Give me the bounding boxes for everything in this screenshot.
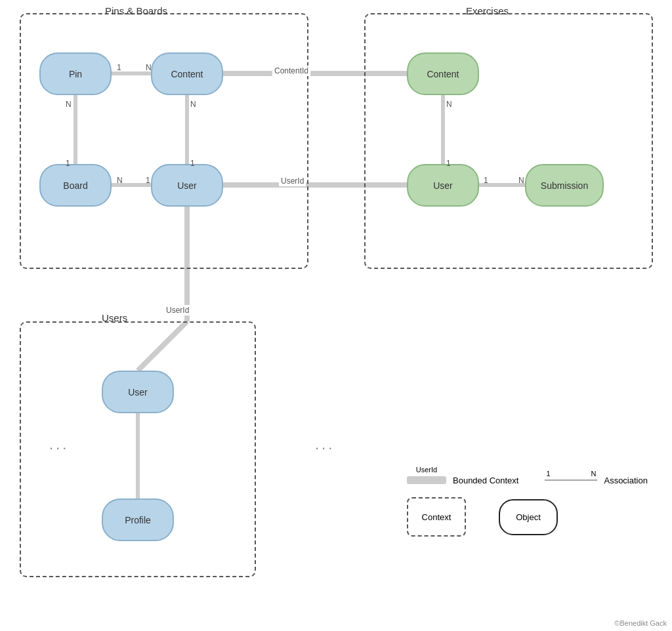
legend-area: UserId Bounded Context 1 N Association C… (407, 472, 648, 537)
legend-object-label: Object (516, 512, 541, 522)
card-user-sub-1: 1 (484, 176, 488, 185)
legend-context-box: Context (407, 497, 466, 537)
dots-users: ... (49, 436, 69, 453)
entity-user-ex: User (407, 164, 479, 207)
legend-card-1: 1 (546, 470, 550, 478)
entity-pin: Pin (39, 52, 112, 95)
legend-object-box: Object (499, 499, 558, 535)
card-pin-content-1: 1 (117, 63, 121, 72)
legend-assoc-line-svg (545, 472, 597, 488)
copyright: ©Benedikt Gack (614, 619, 667, 627)
legend-bounded-context-label: Bounded Context (453, 476, 518, 485)
entity-content-pb: Content (151, 52, 223, 95)
context-pins-boards-label: Pins & Boards (105, 5, 167, 16)
entity-user-pb: User (151, 164, 223, 207)
card-pin-content-n: N (146, 63, 152, 72)
context-users-label: Users (102, 312, 127, 323)
dots-middle: ... (315, 436, 335, 453)
entity-content-ex: Content (407, 52, 479, 95)
card-content-user-1-pb: 1 (190, 159, 195, 168)
context-pins-boards (20, 13, 308, 269)
entity-profile: Profile (102, 499, 174, 541)
legend-userid-label: UserId (416, 466, 437, 474)
cross-label-userid-top: UserId (279, 176, 306, 186)
legend-card-n: N (591, 470, 597, 478)
card-board-user-n: N (117, 176, 123, 185)
legend-context-label: Context (422, 512, 452, 522)
card-content-user-n-pb: N (190, 100, 196, 109)
card-board-user-1: 1 (146, 176, 150, 185)
context-exercises-label: Exercises (466, 5, 509, 16)
card-pin-board-n: N (66, 100, 72, 109)
entity-board: Board (39, 164, 112, 207)
context-exercises (364, 13, 653, 269)
card-content-user-1-ex: 1 (446, 159, 451, 168)
entity-submission: Submission (525, 164, 604, 207)
legend-bounded-context-bar (407, 476, 446, 484)
entity-user-us: User (102, 371, 174, 413)
diagram-container: Pins & Boards Exercises Users Pin Conten… (0, 0, 672, 631)
card-user-sub-n: N (518, 176, 524, 185)
legend-association-label: Association (604, 476, 647, 485)
card-pin-board-1: 1 (66, 159, 70, 168)
cross-label-contentid: ContentId (272, 66, 310, 76)
cross-label-userid-bottom: UserId (164, 305, 191, 316)
card-content-user-n-ex: N (446, 100, 452, 109)
